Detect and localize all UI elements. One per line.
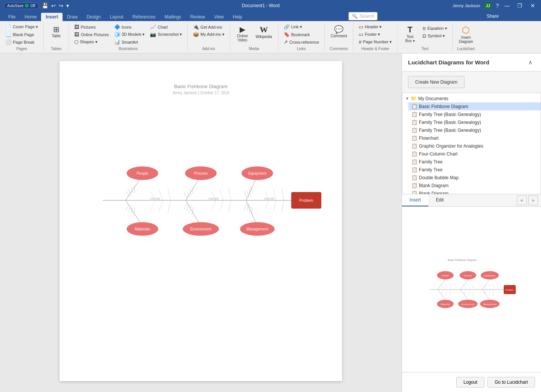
file-item-4[interactable]: 📋 Flowchart — [408, 134, 541, 142]
page-number-button[interactable]: # Page Number ▾ — [356, 38, 394, 46]
tab-insert[interactable]: Insert — [41, 13, 63, 21]
smartart-button[interactable]: 📊 SmartArt — [112, 38, 147, 46]
cross-reference-button[interactable]: ↗ Cross-reference — [281, 38, 321, 46]
svg-line-64 — [274, 200, 276, 211]
create-new-diagram-button[interactable]: Create New Diagram — [408, 76, 465, 88]
header-button[interactable]: ▭ Header ▾ — [356, 23, 394, 31]
link-button[interactable]: 🔗 Link ▾ — [281, 23, 321, 31]
wikipedia-icon: W — [260, 26, 268, 34]
file-name-6: Four-Column Chart — [419, 151, 458, 157]
file-item-10[interactable]: 📋 Blank Diagram — [408, 182, 541, 189]
page-break-button[interactable]: ⬜ Page Break — [3, 38, 40, 46]
help-icon[interactable]: ? — [496, 3, 499, 9]
tab-layout[interactable]: Layout — [105, 13, 128, 21]
screenshot-button[interactable]: 📷 Screenshot ▾ — [148, 31, 184, 38]
svg-line-8 — [131, 187, 133, 194]
chart-button[interactable]: 📈 Chart — [148, 23, 184, 31]
svg-line-53 — [228, 188, 231, 200]
comments-button[interactable]: Comments — [508, 12, 536, 21]
svg-line-57 — [150, 200, 156, 211]
prev-arrow[interactable]: « — [517, 195, 527, 205]
restore-button[interactable]: ❐ — [515, 2, 524, 9]
diagram-preview: Basic Fishbone Diagram Problem People Pr… — [402, 207, 541, 372]
file-icon-3: 📋 — [411, 127, 417, 133]
online-video-button[interactable]: ▶ OnlineVideo — [233, 23, 252, 44]
file-item-6[interactable]: 📋 Four-Column Chart — [408, 150, 541, 158]
tab-edit-diagram[interactable]: Edit — [428, 194, 451, 206]
minimize-button[interactable]: — — [503, 2, 512, 9]
tab-review[interactable]: Review — [186, 13, 209, 21]
my-addins-button[interactable]: 📦 My Add-ins ▾ — [191, 31, 226, 38]
file-item-3[interactable]: 📋 Family Tree (Basic Genealogy) — [408, 126, 541, 134]
hf-label: Header & Footer — [361, 46, 389, 51]
insert-diagram-button[interactable]: ⬡ InsertDiagram — [456, 23, 476, 46]
3d-models-button[interactable]: 🧊 3D Models ▾ — [112, 31, 147, 38]
next-arrow[interactable]: » — [528, 195, 538, 205]
icons-button[interactable]: 🔷 Icons — [112, 23, 147, 31]
textbox-button[interactable]: T TextBox ▾ — [400, 23, 419, 45]
file-item-2[interactable]: 📋 Family Tree (Basic Genealogy) — [408, 118, 541, 126]
go-to-lucidchart-button[interactable]: Go to Lucidchart — [488, 377, 535, 387]
equation-button[interactable]: π Equation ▾ — [420, 25, 449, 32]
sidebar-header: Lucidchart Diagrams for Word ∧ — [402, 53, 541, 72]
ribbon-group-tables: ⊞ Table Tables — [44, 23, 69, 52]
online-video-icon: ▶ — [240, 26, 245, 33]
file-item-1[interactable]: 📋 Family Tree (Basic Genealogy) — [408, 110, 541, 118]
undo-icon[interactable]: ↩ — [51, 3, 56, 9]
cover-page-button[interactable]: 📄 Cover Page ▾ — [3, 23, 40, 31]
blank-page-button[interactable]: 📃 Blank Page — [3, 31, 40, 38]
cross-reference-label: Cross-reference — [289, 40, 319, 44]
logout-button[interactable]: Logout — [456, 377, 484, 387]
file-item-0[interactable]: 📋 Basic Fishbone Diagram — [408, 102, 541, 110]
file-item-11[interactable]: 📋 Blank Diagram — [408, 189, 541, 194]
ribbon-group-text-content: T TextBox ▾ π Equation ▾ Ω Symbol ▾ — [400, 23, 449, 46]
tab-draw[interactable]: Draw — [63, 13, 82, 21]
ribbon-group-header-footer: ▭ Header ▾ ▭ Footer ▾ # Page Number ▾ He… — [353, 23, 397, 52]
tab-view[interactable]: View — [209, 13, 228, 21]
get-addins-label: Get Add-ins — [200, 25, 222, 29]
online-pictures-button[interactable]: 🖼 Online Pictures — [72, 31, 111, 38]
file-item-9[interactable]: 📋 Double Bubble Map — [408, 174, 541, 182]
more-icon[interactable]: ▾ — [66, 3, 69, 9]
file-item-8[interactable]: 📋 Family Tree — [408, 166, 541, 174]
sidebar-close-button[interactable]: ∧ — [526, 58, 535, 67]
autosave-toggle[interactable]: AutoSave Off — [4, 3, 39, 9]
shapes-label: Shapes ▾ — [80, 40, 97, 44]
ribbon-group-illustrations-content: 🖼 Pictures 🖼 Online Pictures ⬡ Shapes ▾ … — [72, 23, 184, 46]
shapes-icon: ⬡ — [74, 39, 78, 45]
footer-button[interactable]: ▭ Footer ▾ — [356, 31, 394, 38]
share-button[interactable]: Share — [481, 12, 504, 21]
svg-line-6 — [125, 191, 129, 197]
tab-insert-diagram[interactable]: Insert — [402, 194, 428, 206]
pictures-button[interactable]: 🖼 Pictures — [72, 23, 111, 31]
tab-references[interactable]: References — [128, 13, 160, 21]
tab-help[interactable]: Help — [228, 13, 247, 21]
footer-icon: ▭ — [359, 32, 363, 37]
tab-home[interactable]: Home — [20, 13, 41, 21]
file-item-7[interactable]: 📋 Family Tree — [408, 158, 541, 166]
get-addins-button[interactable]: 🔌 Get Add-ins — [191, 23, 226, 31]
ribbon-search[interactable]: 🔍 Search — [348, 12, 377, 20]
close-button[interactable]: ✕ — [528, 2, 537, 9]
my-addins-icon: 📦 — [193, 32, 199, 37]
user-name: Jenny Jackson — [452, 3, 480, 8]
tab-design[interactable]: Design — [82, 13, 105, 21]
symbol-button[interactable]: Ω Symbol ▾ — [420, 32, 449, 40]
svg-text:Materials: Materials — [440, 303, 449, 305]
file-item-5[interactable]: 📋 Graphic Organizer for Analogies — [408, 142, 541, 150]
bookmark-button[interactable]: 🔖 Bookmark — [281, 31, 321, 38]
icons-label: Icons — [122, 25, 131, 29]
wikipedia-button[interactable]: W Wikipedia — [253, 23, 275, 41]
svg-line-102 — [472, 290, 474, 296]
comment-button[interactable]: 💬 Comment — [328, 23, 350, 40]
svg-line-95 — [489, 284, 490, 289]
addins-buttons: 🔌 Get Add-ins 📦 My Add-ins ▾ — [191, 23, 226, 38]
my-documents-folder[interactable]: ▼ 📁 My Documents — [402, 95, 541, 102]
media-label: Media — [249, 46, 259, 51]
table-button[interactable]: ⊞ Table — [47, 23, 66, 40]
tab-mailings[interactable]: Mailings — [160, 13, 186, 21]
tab-file[interactable]: File — [4, 13, 20, 21]
shapes-button[interactable]: ⬡ Shapes ▾ — [72, 38, 111, 46]
save-icon[interactable]: 💾 — [42, 3, 48, 9]
redo-icon[interactable]: ↪ — [59, 3, 63, 9]
